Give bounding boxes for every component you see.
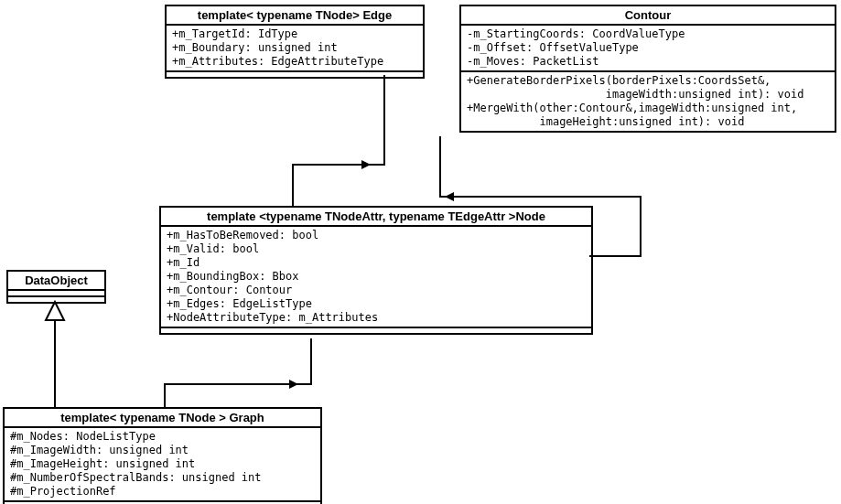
class-contour-ops: +GenerateBorderPixels(borderPixels:Coord…	[461, 72, 835, 131]
class-edge-attrs: +m_TargetId: IdType +m_Boundary: unsigne…	[167, 26, 423, 72]
svg-marker-2	[289, 380, 298, 389]
svg-marker-3	[46, 302, 64, 320]
svg-marker-0	[361, 160, 371, 169]
class-contour: Contour -m_StartingCoords: CoordValueTyp…	[459, 5, 836, 133]
class-graph-title: template< typename TNode > Graph	[5, 409, 320, 428]
class-node-title: template <typename TNodeAttr, typename T…	[161, 208, 591, 227]
class-dataobject-ops	[8, 297, 104, 302]
class-edge-title: template< typename TNode> Edge	[167, 6, 423, 26]
class-node-ops	[161, 328, 591, 333]
class-node: template <typename TNodeAttr, typename T…	[159, 206, 593, 335]
class-contour-attrs: -m_StartingCoords: CoordValueType -m_Off…	[461, 26, 835, 72]
class-edge: template< typename TNode> Edge +m_Target…	[165, 5, 425, 79]
class-dataobject-title: DataObject	[8, 272, 104, 291]
class-graph: template< typename TNode > Graph #m_Node…	[3, 407, 322, 504]
class-edge-ops	[167, 72, 423, 77]
class-dataobject-attrs	[8, 291, 104, 297]
class-node-attrs: +m_HasToBeRemoved: bool +m_Valid: bool +…	[161, 227, 591, 328]
class-dataobject: DataObject	[6, 270, 106, 304]
svg-marker-1	[445, 192, 454, 201]
class-contour-title: Contour	[461, 6, 835, 26]
class-graph-attrs: #m_Nodes: NodeListType #m_ImageWidth: un…	[5, 428, 320, 502]
